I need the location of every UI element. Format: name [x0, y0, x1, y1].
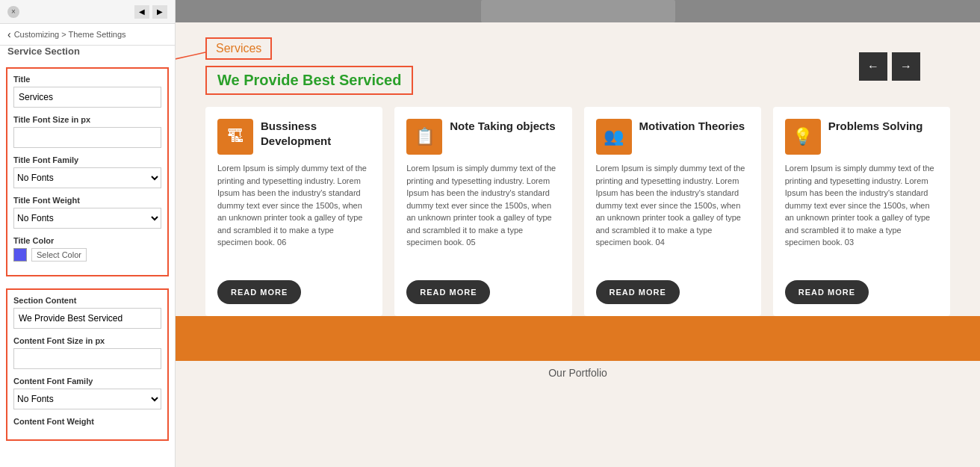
- services-title: Services: [216, 42, 261, 55]
- top-image-strip: [176, 0, 980, 22]
- back-button[interactable]: ‹: [7, 28, 11, 40]
- card-title-2: Motivation Theories: [639, 119, 745, 134]
- card-title-1: Note Taking objects: [450, 119, 555, 134]
- content-font-family-label: Content Font Family: [13, 377, 161, 386]
- read-more-button-1[interactable]: READ MORE: [406, 280, 490, 304]
- font-size-input[interactable]: [13, 127, 161, 148]
- title-color-group: Title Color Select Color: [13, 236, 161, 262]
- card-header-0: 🏗 Bussiness Development: [217, 119, 370, 155]
- card-icon-2: 👥: [596, 119, 632, 155]
- svg-line-1: [176, 52, 205, 67]
- font-family-label: Title Font Family: [13, 155, 161, 164]
- card-icon-3: 💡: [785, 119, 821, 155]
- card-header-3: 💡 Problems Solving: [785, 119, 938, 155]
- close-button[interactable]: ×: [7, 6, 19, 18]
- content-font-size-group: Content Font Size in px: [13, 336, 161, 369]
- content-font-weight-label: Content Font Weight: [13, 417, 161, 426]
- card-title-0: Bussiness Development: [261, 119, 370, 148]
- section-name: Service Section: [0, 46, 175, 61]
- breadcrumb: ‹ Customizing > Theme Settings: [0, 24, 175, 46]
- font-size-label: Title Font Size in px: [13, 115, 161, 124]
- read-more-button-3[interactable]: READ MORE: [785, 280, 869, 304]
- select-color-button[interactable]: Select Color: [31, 248, 87, 262]
- content-font-size-input[interactable]: [13, 348, 161, 369]
- prev-button[interactable]: ←: [859, 52, 887, 81]
- main-area: Services We Provide Best Serviced: [176, 0, 980, 467]
- orange-strip: [176, 316, 980, 361]
- color-swatch: [13, 248, 27, 262]
- content-font-weight-group: Content Font Weight: [13, 417, 161, 426]
- card-desc-0: Lorem Ipsum is simply dummy text of the …: [217, 162, 370, 271]
- font-family-group: Title Font Family No Fonts: [13, 155, 161, 188]
- top-bar: × ◀ ▶: [0, 0, 175, 24]
- content-font-family-group: Content Font Family No Fonts: [13, 377, 161, 409]
- font-weight-label: Title Font Weight: [13, 196, 161, 205]
- font-family-select[interactable]: No Fonts: [13, 167, 161, 188]
- nav-btn-group: ← →: [859, 52, 920, 81]
- font-weight-group: Title Font Weight No Fonts: [13, 196, 161, 229]
- card-desc-3: Lorem Ipsum is simply dummy text of the …: [785, 162, 938, 271]
- service-card-0: 🏗 Bussiness Development Lorem Ipsum is s…: [205, 107, 382, 316]
- color-row: Select Color: [13, 248, 161, 262]
- content-section: Section Content Content Font Size in px …: [6, 288, 169, 441]
- nav-next-button[interactable]: ▶: [152, 5, 167, 19]
- next-button[interactable]: →: [892, 52, 920, 81]
- services-title-box: Services: [205, 37, 272, 60]
- title-section: Title Title Font Size in px Title Font F…: [6, 67, 169, 276]
- title-label: Title: [13, 75, 161, 84]
- portfolio-bar: Our Portfolio: [176, 361, 980, 385]
- section-content-label: Section Content: [13, 296, 161, 305]
- nav-arrows: ◀ ▶: [134, 5, 167, 19]
- card-desc-1: Lorem Ipsum is simply dummy text of the …: [406, 162, 559, 271]
- image-placeholder: [481, 0, 675, 22]
- section-content-group: Section Content: [13, 296, 161, 329]
- card-desc-2: Lorem Ipsum is simply dummy text of the …: [596, 162, 749, 271]
- title-color-label: Title Color: [13, 236, 161, 245]
- service-card-1: 📋 Note Taking objects Lorem Ipsum is sim…: [394, 107, 571, 316]
- card-header-2: 👥 Motivation Theories: [596, 119, 749, 155]
- nav-prev-button[interactable]: ◀: [134, 5, 149, 19]
- card-header-1: 📋 Note Taking objects: [406, 119, 559, 155]
- title-input[interactable]: [13, 87, 161, 108]
- card-icon-1: 📋: [406, 119, 442, 155]
- card-icon-0: 🏗: [217, 119, 253, 155]
- section-content-box: We Provide Best Serviced: [205, 66, 413, 95]
- content-font-size-label: Content Font Size in px: [13, 336, 161, 345]
- cards-row: 🏗 Bussiness Development Lorem Ipsum is s…: [176, 107, 980, 316]
- font-size-group: Title Font Size in px: [13, 115, 161, 148]
- left-panel: × ◀ ▶ ‹ Customizing > Theme Settings Ser…: [0, 0, 176, 467]
- portfolio-label: Our Portfolio: [548, 367, 607, 379]
- service-card-3: 💡 Problems Solving Lorem Ipsum is simply…: [773, 107, 950, 316]
- title-field-group: Title: [13, 75, 161, 108]
- content-font-family-select[interactable]: No Fonts: [13, 389, 161, 409]
- section-content-text: We Provide Best Serviced: [217, 72, 401, 88]
- read-more-button-0[interactable]: READ MORE: [217, 280, 301, 304]
- read-more-button-2[interactable]: READ MORE: [596, 280, 680, 304]
- font-weight-select[interactable]: No Fonts: [13, 208, 161, 229]
- services-section: Services We Provide Best Serviced: [176, 22, 980, 107]
- service-card-2: 👥 Motivation Theories Lorem Ipsum is sim…: [584, 107, 761, 316]
- card-title-3: Problems Solving: [828, 119, 923, 134]
- section-content-input[interactable]: [13, 308, 161, 329]
- breadcrumb-text: Customizing > Theme Settings: [14, 30, 126, 39]
